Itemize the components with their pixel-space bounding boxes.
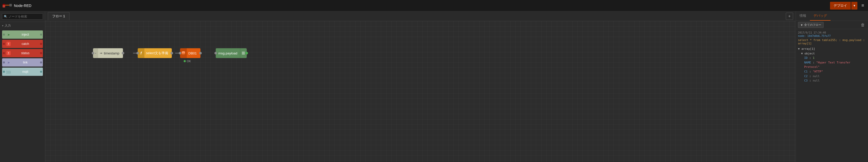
- left-port: [2, 40, 6, 48]
- sidebar: 🔍 ▾ 入力 ➤ inject: [0, 11, 45, 162]
- plus-icon: +: [788, 14, 790, 19]
- logo-svg: [3, 3, 12, 8]
- clear-button[interactable]: 🗑: [860, 22, 866, 28]
- app-logo: Node-RED: [3, 3, 32, 8]
- db-icon: [181, 51, 186, 56]
- menu-button[interactable]: ≡: [860, 2, 865, 9]
- sidebar-item-catch[interactable]: ! catch: [2, 40, 43, 48]
- link-icon: ➤: [6, 60, 10, 64]
- svg-rect-9: [242, 53, 245, 54]
- chevron-down-icon: ▾: [854, 4, 855, 7]
- select-prep-label: select文を準備: [146, 51, 168, 56]
- debug-timestamp: 2017/9/11 17:34:40: [798, 31, 866, 34]
- tab-debug[interactable]: デバッグ: [810, 11, 831, 21]
- mqtt-label: mqtt: [11, 70, 39, 73]
- hamburger-icon: ≡: [861, 3, 864, 8]
- left-port: [2, 30, 6, 39]
- port-dot: [3, 34, 5, 36]
- filter-button[interactable]: ▼ 全てのフロー: [798, 22, 824, 28]
- port-dot: [3, 61, 5, 63]
- deploy-dropdown-button[interactable]: ▾: [851, 2, 858, 9]
- msg-payload-node[interactable]: msg.payload: [216, 48, 247, 58]
- right-port-dot: [199, 52, 202, 55]
- left-port: [2, 68, 6, 76]
- c1-key: C1: [804, 70, 808, 73]
- inject-label: inject: [11, 33, 39, 36]
- c3-val: null: [813, 79, 820, 82]
- search-input[interactable]: [2, 13, 43, 20]
- left-port: [2, 58, 6, 67]
- add-tab-button[interactable]: +: [786, 13, 793, 20]
- chevron-icon: ▾: [2, 24, 3, 27]
- expand-object[interactable]: ▼: [801, 52, 804, 55]
- timestamp-label: timestamp: [104, 51, 119, 55]
- port-dot: [3, 43, 5, 45]
- sidebar-item-link[interactable]: ➤ link: [2, 58, 43, 67]
- catch-label: catch: [11, 42, 39, 46]
- sidebar-item-inject[interactable]: ➤ inject: [2, 30, 43, 39]
- canvas[interactable]: ⇒ timestamp f select文を準備: [45, 21, 796, 162]
- app-title: Node-RED: [14, 4, 32, 8]
- left-port-dot: [92, 52, 94, 55]
- sidebar-search-container: 🔍: [0, 11, 45, 22]
- list-icon: [241, 51, 245, 55]
- c1-val: "HTTP": [813, 70, 823, 73]
- inject-icon: ➤: [6, 33, 10, 37]
- right-port-dot: [122, 52, 124, 55]
- deploy-button[interactable]: デプロイ: [830, 2, 851, 9]
- debug-node-info: node: 10d7b8b6.75fa77: [798, 35, 866, 37]
- msg-payload-label: msg.payload: [218, 51, 238, 55]
- select-prep-node[interactable]: f select文を準備: [138, 48, 172, 58]
- name-key: NAME: [804, 61, 811, 64]
- trash-icon: 🗑: [861, 23, 865, 27]
- port-dot: [40, 34, 42, 36]
- sidebar-item-status[interactable]: ! status: [2, 49, 43, 57]
- debug-query: select * from table255; : msg.payload : …: [798, 38, 866, 45]
- expand-array[interactable]: ▼: [798, 47, 801, 51]
- canvas-connections: [45, 21, 796, 162]
- right-port: [39, 68, 43, 76]
- id-val: 1: [813, 56, 814, 60]
- right-port-dot: [170, 52, 173, 55]
- db01-node[interactable]: DB01 OK: [180, 48, 200, 58]
- sidebar-nodes: ➤ inject ! catch: [0, 29, 45, 77]
- port-dot: [3, 71, 5, 73]
- sidebar-item-mqtt[interactable]: )))) mqtt: [2, 68, 43, 76]
- ok-dot: [184, 60, 186, 62]
- header: Node-RED デプロイ ▾ ≡: [0, 0, 868, 11]
- tab-flow1[interactable]: フロー 1: [48, 12, 69, 20]
- db01-label: DB01: [188, 51, 197, 55]
- status-icon: !: [6, 51, 10, 55]
- c2-key: C2: [804, 74, 808, 78]
- section-label: 入力: [5, 24, 11, 28]
- id-key: ID: [804, 56, 808, 60]
- status-label: status: [11, 51, 39, 55]
- catch-icon: !: [6, 42, 10, 46]
- right-panel: 情報 デバッグ ▼ 全てのフロー 🗑 2017/9/11 17:34:40 no…: [796, 11, 868, 162]
- right-port: [39, 58, 43, 67]
- mqtt-icon: )))): [6, 70, 10, 74]
- right-port: [39, 49, 43, 57]
- svg-rect-8: [242, 52, 245, 52]
- port-dot: [40, 52, 42, 54]
- right-port: [39, 40, 43, 48]
- timestamp-node[interactable]: ⇒ timestamp: [93, 48, 123, 58]
- right-port: [39, 30, 43, 39]
- filter-icon: ▼: [800, 24, 803, 27]
- canvas-area: フロー 1 +: [45, 11, 796, 162]
- svg-rect-3: [9, 4, 12, 6]
- search-icon: 🔍: [4, 15, 7, 18]
- port-dot: [3, 52, 5, 54]
- name-val: "Hyper Text Transfer Protocol": [804, 61, 850, 69]
- debug-content: 2017/9/11 17:34:40 node: 10d7b8b6.75fa77…: [796, 29, 868, 162]
- link-label: link: [11, 61, 39, 64]
- left-port: [2, 49, 6, 57]
- port-dot: [40, 71, 42, 73]
- tab-info[interactable]: 情報: [796, 11, 810, 21]
- right-port-dot: [245, 52, 248, 55]
- port-dot: [40, 61, 42, 63]
- sidebar-section-input[interactable]: ▾ 入力: [0, 22, 45, 29]
- logo-icon: [3, 3, 12, 8]
- debug-toolbar: ▼ 全てのフロー 🗑: [796, 21, 868, 29]
- left-port-dot: [136, 52, 139, 55]
